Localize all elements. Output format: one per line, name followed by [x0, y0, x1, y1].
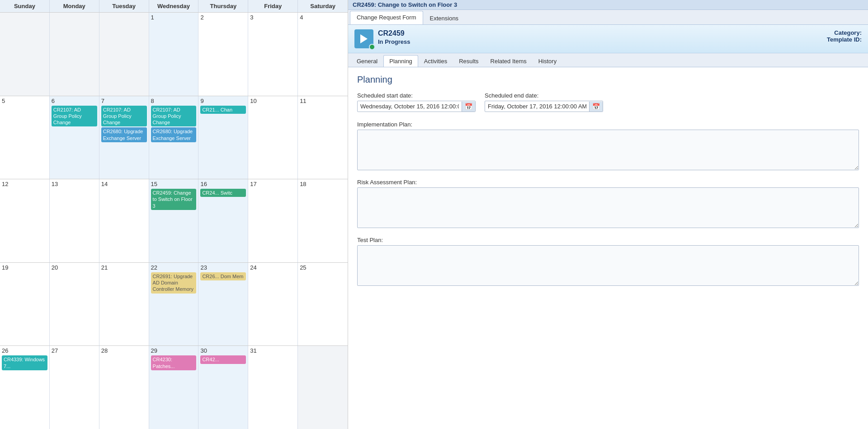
- start-date-calendar-button[interactable]: 📅: [462, 102, 475, 112]
- cal-day-number: 18: [300, 181, 346, 187]
- cal-cell-w1c1[interactable]: 6CR2107: AD Group Policy Change: [50, 96, 99, 179]
- cal-cell-w4c0[interactable]: 26CR4339: Windows 7...: [0, 346, 50, 429]
- cal-cell-w0c6[interactable]: 4: [298, 13, 348, 96]
- cal-cell-w0c4[interactable]: 2: [198, 13, 248, 96]
- cal-cell-w2c0[interactable]: 12: [0, 179, 50, 262]
- cal-cell-w0c5[interactable]: 3: [248, 13, 298, 96]
- cal-day-number: 30: [200, 347, 246, 354]
- inner-tab-planning[interactable]: Planning: [383, 55, 418, 67]
- cal-day-number: 26: [2, 347, 47, 354]
- start-date-input[interactable]: [358, 101, 462, 112]
- cal-cell-w0c2[interactable]: [99, 13, 149, 96]
- cal-day-number: 22: [151, 264, 197, 271]
- calendar-grid: 123456CR2107: AD Group Policy Change7CR2…: [0, 13, 348, 429]
- cal-cell-w3c1[interactable]: 20: [50, 263, 99, 346]
- cal-day-number: 10: [250, 98, 296, 104]
- cal-event[interactable]: CR4230: Patches...: [151, 355, 197, 370]
- cal-cell-w1c2[interactable]: 7CR2107: AD Group Policy ChangeCR2680: U…: [99, 96, 149, 179]
- cal-cell-w2c2[interactable]: 14: [99, 179, 149, 262]
- cal-day-number: 2: [200, 14, 246, 21]
- test-plan-textarea[interactable]: [357, 245, 859, 286]
- cal-event[interactable]: CR2680: Upgrade Exchange Server: [101, 127, 147, 142]
- cal-header-saturday: Saturday: [298, 0, 348, 12]
- risk-assessment-textarea[interactable]: [357, 187, 859, 228]
- cal-cell-w2c1[interactable]: 13: [50, 179, 99, 262]
- cal-day-number: 16: [200, 181, 246, 187]
- cal-day-number: 1: [151, 14, 197, 21]
- cal-cell-w4c2[interactable]: 28: [99, 346, 149, 429]
- cal-cell-w4c1[interactable]: 27: [50, 346, 99, 429]
- inner-tab-general[interactable]: General: [351, 55, 383, 67]
- start-date-group: Scheduled start date: 📅: [357, 92, 476, 112]
- inner-tab-activities[interactable]: Activities: [418, 55, 453, 67]
- cal-cell-w0c0[interactable]: [0, 13, 50, 96]
- inner-tab-history[interactable]: History: [533, 55, 562, 67]
- risk-assessment-label: Risk Assessment Plan:: [357, 179, 859, 186]
- cal-day-number: 7: [101, 98, 147, 104]
- cal-cell-w3c5[interactable]: 24: [248, 263, 298, 346]
- cal-day-number: 27: [52, 347, 97, 354]
- cal-event[interactable]: CR21... Chan: [200, 106, 246, 114]
- inner-tab-results[interactable]: Results: [453, 55, 484, 67]
- end-date-calendar-button[interactable]: 📅: [589, 102, 603, 112]
- cal-event[interactable]: CR42...: [200, 355, 246, 364]
- end-date-label: Scheduled end date:: [485, 92, 603, 99]
- cr-category-label: Category:: [827, 29, 862, 36]
- detail-panel: CR2459: Change to Switch on Floor 3 Chan…: [348, 0, 868, 429]
- detail-header: CR2459 In Progress Category: Template ID…: [348, 25, 868, 53]
- cr-icon-badge: [369, 44, 375, 50]
- cal-day-number: 11: [300, 98, 346, 104]
- cal-day-number: 12: [2, 181, 47, 187]
- cal-cell-w0c3[interactable]: 1: [149, 13, 199, 96]
- cal-cell-w4c6[interactable]: [298, 346, 348, 429]
- cal-cell-w2c4[interactable]: 16CR24... Switc: [198, 179, 248, 262]
- cal-event[interactable]: CR2107: AD Group Policy Change: [52, 106, 97, 127]
- cal-event[interactable]: CR2107: AD Group Policy Change: [101, 106, 147, 127]
- detail-tab-change-request-form[interactable]: Change Request Form: [350, 11, 423, 24]
- cal-day-number: 17: [250, 181, 296, 187]
- cal-cell-w2c6[interactable]: 18: [298, 179, 348, 262]
- cal-cell-w0c1[interactable]: [50, 13, 99, 96]
- cal-cell-w3c4[interactable]: 23CR26... Dom Mem: [198, 263, 248, 346]
- cal-cell-w2c5[interactable]: 17: [248, 179, 298, 262]
- cal-cell-w3c2[interactable]: 21: [99, 263, 149, 346]
- detail-tab-extensions[interactable]: Extensions: [423, 12, 466, 24]
- inner-tabs: GeneralPlanningActivitiesResultsRelated …: [348, 53, 868, 67]
- cal-event[interactable]: CR4339: Windows 7...: [2, 355, 47, 370]
- cr-meta: Category: Template ID:: [827, 29, 862, 43]
- cal-cell-w4c4[interactable]: 30CR42...: [198, 346, 248, 429]
- cr-icon: [354, 29, 373, 48]
- cal-day-number: 6: [52, 98, 97, 104]
- cal-header-thursday: Thursday: [198, 0, 248, 12]
- cal-event[interactable]: CR2107: AD Group Policy Change: [151, 106, 197, 127]
- cal-day-number: 31: [250, 347, 296, 354]
- cal-event[interactable]: CR2459: Change to Switch on Floor 3: [151, 189, 197, 210]
- cal-day-number: 13: [52, 181, 97, 187]
- cr-id: CR2459: [378, 29, 822, 37]
- end-date-input[interactable]: [485, 101, 589, 112]
- cal-cell-w1c5[interactable]: 10: [248, 96, 298, 179]
- cal-cell-w3c3[interactable]: 22CR2691: Upgrade AD Domain Controller M…: [149, 263, 199, 346]
- end-date-input-wrap[interactable]: 📅: [485, 101, 603, 112]
- cal-event[interactable]: CR24... Switc: [200, 189, 246, 197]
- cal-cell-w3c0[interactable]: 19: [0, 263, 50, 346]
- cal-day-number: 3: [250, 14, 296, 21]
- detail-title-bar: CR2459: Change to Switch on Floor 3: [348, 0, 868, 10]
- cal-event[interactable]: CR26... Dom Mem: [200, 272, 246, 280]
- cal-event[interactable]: CR2680: Upgrade Exchange Server: [151, 127, 197, 142]
- cal-cell-w4c3[interactable]: 29CR4230: Patches...: [149, 346, 199, 429]
- cal-cell-w3c6[interactable]: 25: [298, 263, 348, 346]
- cal-header-wednesday: Wednesday: [149, 0, 199, 12]
- inner-tab-related-items[interactable]: Related Items: [485, 55, 533, 67]
- implementation-plan-textarea[interactable]: [357, 130, 859, 170]
- cal-cell-w1c0[interactable]: 5: [0, 96, 50, 179]
- cal-cell-w1c6[interactable]: 11: [298, 96, 348, 179]
- implementation-plan-field: Implementation Plan:: [357, 121, 859, 172]
- start-date-input-wrap[interactable]: 📅: [357, 101, 476, 112]
- cal-cell-w4c5[interactable]: 31: [248, 346, 298, 429]
- cal-cell-w1c3[interactable]: 8CR2107: AD Group Policy ChangeCR2680: U…: [149, 96, 199, 179]
- cal-event[interactable]: CR2691: Upgrade AD Domain Controller Mem…: [151, 272, 197, 294]
- cal-cell-w1c4[interactable]: 9CR21... Chan: [198, 96, 248, 179]
- cal-week-2: 12131415CR2459: Change to Switch on Floo…: [0, 179, 348, 263]
- cal-cell-w2c3[interactable]: 15CR2459: Change to Switch on Floor 3: [149, 179, 199, 262]
